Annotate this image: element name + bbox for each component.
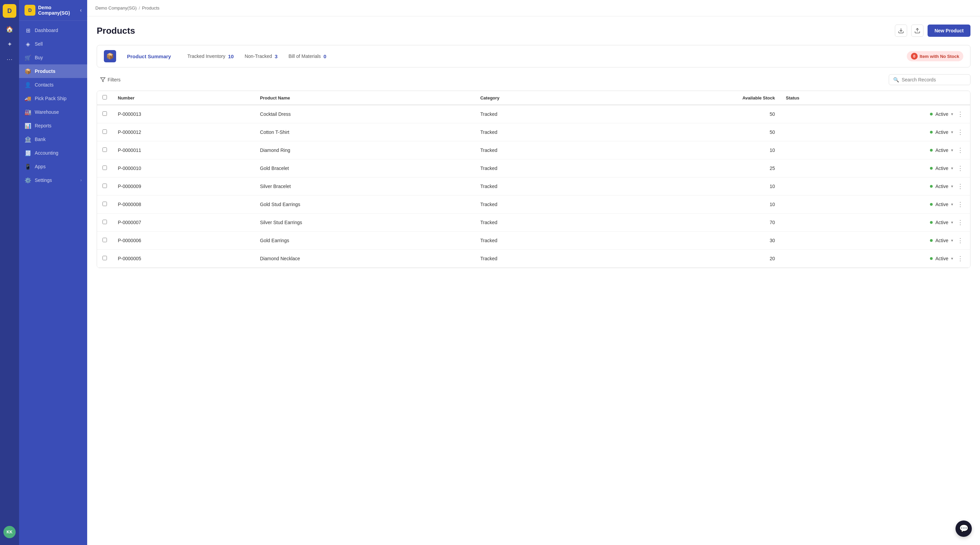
chat-bubble[interactable]: 💬 (956, 521, 972, 537)
row-product-name-5[interactable]: Gold Stud Earrings (255, 196, 475, 214)
row-number-4[interactable]: P-0000009 (112, 177, 255, 196)
rail-grid-icon[interactable]: ⋯ (3, 53, 16, 65)
new-product-button[interactable]: New Product (928, 24, 970, 37)
status-chevron-4[interactable]: ▾ (950, 183, 955, 190)
table-row[interactable]: P-0000011 Diamond Ring Tracked 10 Active… (97, 141, 970, 159)
status-chevron-5[interactable]: ▾ (950, 201, 955, 207)
sidebar-item-accounting[interactable]: 🧾 Accounting (19, 146, 87, 160)
sidebar-item-sell[interactable]: ◈ Sell (19, 37, 87, 51)
row-more-7[interactable]: ⋮ (956, 236, 965, 245)
summary-title[interactable]: Product Summary (127, 54, 171, 59)
breadcrumb-company[interactable]: Demo Company(SG) (95, 5, 137, 11)
row-more-6[interactable]: ⋮ (956, 218, 965, 227)
upload-icon-btn[interactable] (911, 24, 923, 37)
row-number-8[interactable]: P-0000005 (112, 250, 255, 268)
row-checkbox-6[interactable] (102, 220, 107, 224)
tracked-inventory-stat: Tracked Inventory 10 (187, 54, 234, 59)
row-status-cell-5: Active ▾ ⋮ (780, 196, 970, 214)
row-stock-7: 30 (600, 232, 780, 250)
row-more-5[interactable]: ⋮ (956, 200, 965, 209)
row-checkbox-4[interactable] (102, 183, 107, 188)
row-more-3[interactable]: ⋮ (956, 164, 965, 173)
sidebar-label-reports: Reports (35, 123, 82, 128)
non-tracked-stat: Non-Tracked 3 (245, 54, 277, 59)
row-more-2[interactable]: ⋮ (956, 146, 965, 155)
row-checkbox-1[interactable] (102, 129, 107, 134)
sidebar-item-settings[interactable]: ⚙️ Settings › (19, 174, 87, 187)
row-more-0[interactable]: ⋮ (956, 110, 965, 118)
row-more-4[interactable]: ⋮ (956, 182, 965, 191)
sidebar-label-dashboard: Dashboard (35, 27, 82, 33)
table-row[interactable]: P-0000009 Silver Bracelet Tracked 10 Act… (97, 177, 970, 196)
sidebar-collapse-icon[interactable]: ‹ (80, 7, 82, 13)
row-number-6[interactable]: P-0000007 (112, 214, 255, 232)
status-chevron-7[interactable]: ▾ (950, 237, 955, 244)
row-product-name-4[interactable]: Silver Bracelet (255, 177, 475, 196)
row-product-name-1[interactable]: Cotton T-Shirt (255, 123, 475, 141)
table-row[interactable]: P-0000013 Cocktail Dress Tracked 50 Acti… (97, 105, 970, 123)
sidebar-item-contacts[interactable]: 👤 Contacts (19, 78, 87, 92)
sidebar-label-buy: Buy (35, 55, 82, 60)
sidebar-icon-buy: 🛒 (24, 54, 31, 61)
search-input[interactable] (902, 77, 966, 83)
table-row[interactable]: P-0000006 Gold Earrings Tracked 30 Activ… (97, 232, 970, 250)
row-category-6: Tracked (475, 214, 600, 232)
row-product-name-3[interactable]: Gold Bracelet (255, 159, 475, 177)
table-row[interactable]: P-0000005 Diamond Necklace Tracked 20 Ac… (97, 250, 970, 268)
row-more-8[interactable]: ⋮ (956, 254, 965, 263)
sidebar-item-bank[interactable]: 🏦 Bank (19, 132, 87, 146)
rail-star-icon[interactable]: ✦ (3, 38, 16, 50)
sidebar-item-buy[interactable]: 🛒 Buy (19, 51, 87, 64)
filters-button[interactable]: Filters (97, 75, 124, 84)
status-chevron-6[interactable]: ▾ (950, 219, 955, 225)
row-checkbox-8[interactable] (102, 256, 107, 260)
list-toolbar: Filters 🔍 (97, 74, 970, 85)
table-row[interactable]: P-0000012 Cotton T-Shirt Tracked 50 Acti… (97, 123, 970, 141)
sidebar-item-pick-pack-ship[interactable]: 🚚 Pick Pack Ship (19, 92, 87, 105)
row-more-1[interactable]: ⋮ (956, 128, 965, 137)
table-row[interactable]: P-0000010 Gold Bracelet Tracked 25 Activ… (97, 159, 970, 177)
status-chevron-1[interactable]: ▾ (950, 129, 955, 135)
tracked-count: 10 (228, 54, 234, 59)
table-row[interactable]: P-0000008 Gold Stud Earrings Tracked 10 … (97, 196, 970, 214)
sidebar-chevron-settings: › (80, 178, 82, 183)
rail-home-icon[interactable]: 🏠 (3, 23, 16, 35)
sidebar-label-warehouse: Warehouse (35, 109, 82, 115)
row-product-name-2[interactable]: Diamond Ring (255, 141, 475, 159)
select-all-checkbox[interactable] (102, 95, 107, 99)
status-dot-2 (930, 149, 933, 151)
row-product-name-8[interactable]: Diamond Necklace (255, 250, 475, 268)
sidebar: D Demo Company(SG) ‹ ⊞ Dashboard ◈ Sell … (19, 0, 87, 545)
row-product-name-7[interactable]: Gold Earrings (255, 232, 475, 250)
row-checkbox-7[interactable] (102, 238, 107, 242)
row-checkbox-0[interactable] (102, 112, 107, 116)
status-chevron-8[interactable]: ▾ (950, 255, 955, 261)
row-number-7[interactable]: P-0000006 (112, 232, 255, 250)
row-number-2[interactable]: P-0000011 (112, 141, 255, 159)
row-checkbox-3[interactable] (102, 166, 107, 170)
row-checkbox-5[interactable] (102, 202, 107, 206)
row-number-0[interactable]: P-0000013 (112, 105, 255, 123)
status-chevron-2[interactable]: ▾ (950, 147, 955, 153)
sidebar-item-warehouse[interactable]: 🏭 Warehouse (19, 105, 87, 119)
filters-label: Filters (108, 77, 121, 83)
sidebar-item-dashboard[interactable]: ⊞ Dashboard (19, 24, 87, 37)
row-product-name-0[interactable]: Cocktail Dress (255, 105, 475, 123)
export-icon-btn[interactable] (895, 24, 907, 37)
table-row[interactable]: P-0000007 Silver Stud Earrings Tracked 7… (97, 214, 970, 232)
no-stock-badge[interactable]: 0 Item with No Stock (907, 51, 963, 61)
search-box[interactable]: 🔍 (889, 74, 970, 85)
row-number-5[interactable]: P-0000008 (112, 196, 255, 214)
rail-logo[interactable]: D (3, 4, 16, 18)
sidebar-item-products[interactable]: 📦 Products (19, 64, 87, 78)
row-number-1[interactable]: P-0000012 (112, 123, 255, 141)
sidebar-item-apps[interactable]: 📱 Apps (19, 160, 87, 174)
row-checkbox-2[interactable] (102, 148, 107, 152)
sidebar-item-reports[interactable]: 📊 Reports (19, 119, 87, 132)
status-chevron-3[interactable]: ▾ (950, 165, 955, 171)
sidebar-header: D Demo Company(SG) ‹ (19, 0, 87, 21)
row-number-3[interactable]: P-0000010 (112, 159, 255, 177)
status-chevron-0[interactable]: ▾ (950, 111, 955, 117)
row-product-name-6[interactable]: Silver Stud Earrings (255, 214, 475, 232)
rail-avatar[interactable]: KK (3, 526, 16, 538)
